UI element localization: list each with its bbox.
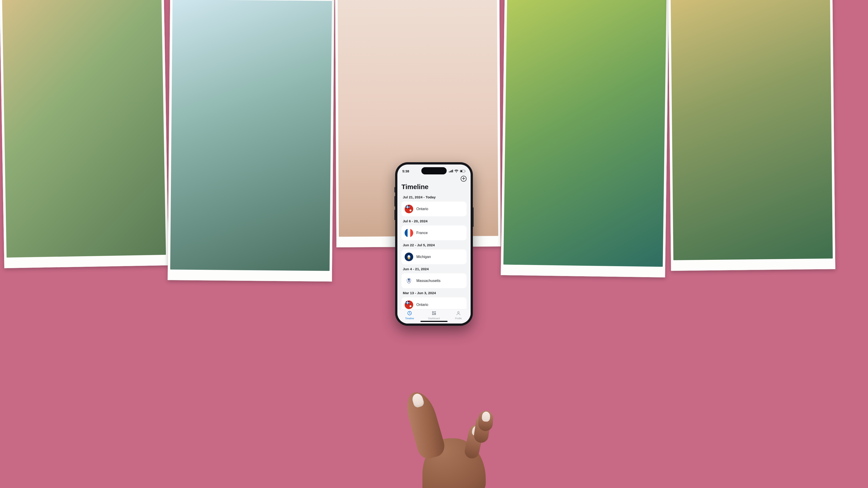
svg-point-12 (458, 312, 459, 313)
dashboard-icon (432, 311, 436, 317)
home-indicator[interactable] (421, 321, 447, 322)
timeline-list[interactable]: Jul 21, 2024 - TodayOntarioJul 6 - 20, 2… (397, 192, 471, 309)
date-range: Mar 13 - Jun 3, 2024 (401, 290, 467, 297)
place-name: Ontario (416, 303, 428, 307)
date-range: Jun 22 - Jul 5, 2024 (401, 242, 467, 250)
place-name: Ontario (416, 207, 428, 211)
scene: 5:38 (0, 0, 868, 488)
timeline-section: Mar 13 - Jun 3, 2024Ontario (400, 288, 468, 309)
svg-rect-6 (465, 170, 465, 171)
flag-icon (405, 253, 413, 261)
volume-down-button (395, 210, 395, 220)
place-card[interactable]: France (401, 225, 467, 240)
wifi-icon (454, 170, 458, 173)
timeline-section: Jun 4 - 21, 2024Massachusetts (400, 264, 468, 288)
svg-rect-5 (460, 170, 462, 172)
svg-rect-3 (452, 170, 453, 172)
svg-rect-10 (434, 313, 436, 315)
phone-frame: 5:38 (395, 162, 473, 326)
svg-rect-2 (451, 170, 452, 172)
place-name: France (416, 231, 428, 235)
hand-holding-phone (386, 380, 495, 488)
timeline-section: Jul 21, 2024 - TodayOntario (400, 193, 468, 217)
timeline-section: Jul 6 - 20, 2024France (400, 217, 468, 240)
svg-rect-9 (434, 311, 436, 313)
add-button[interactable] (461, 176, 467, 182)
tab-profile[interactable]: Profile (446, 311, 471, 320)
place-card[interactable]: Ontario (401, 201, 467, 217)
polaroid-photo (501, 0, 669, 278)
tab-label: Timeline (405, 317, 414, 320)
profile-icon (456, 311, 461, 317)
date-range: Jun 4 - 21, 2024 (401, 266, 467, 273)
flag-icon (405, 300, 413, 309)
flag-icon (405, 205, 413, 213)
place-card[interactable]: Ontario (401, 297, 467, 309)
svg-rect-8 (432, 311, 434, 313)
status-time: 5:38 (402, 169, 409, 173)
polaroid-photo (668, 0, 835, 271)
polaroid-photo (0, 0, 168, 268)
svg-rect-11 (432, 313, 434, 315)
place-name: Massachusetts (416, 279, 440, 283)
place-card[interactable]: Massachusetts (401, 273, 467, 288)
silent-switch (395, 187, 395, 193)
date-range: Jul 21, 2024 - Today (401, 194, 467, 201)
svg-rect-0 (449, 171, 450, 172)
svg-rect-1 (450, 171, 451, 172)
cellular-icon (449, 170, 453, 172)
clock-icon (407, 311, 412, 317)
power-button (473, 207, 473, 227)
tab-label: Profile (455, 317, 462, 320)
tab-label: Dashboard (428, 317, 440, 320)
flag-icon (405, 229, 413, 237)
polaroid-photo (167, 0, 334, 282)
volume-up-button (395, 196, 395, 206)
tab-dashboard[interactable]: Dashboard (422, 311, 446, 320)
date-range: Jul 6 - 20, 2024 (401, 218, 467, 225)
page-title: Timeline (397, 183, 471, 192)
plus-icon (462, 177, 465, 181)
tab-timeline[interactable]: Timeline (398, 311, 422, 320)
app-bar (397, 176, 471, 183)
timeline-section: Jun 22 - Jul 5, 2024Michigan (400, 240, 468, 264)
phone-screen: 5:38 (397, 164, 471, 324)
dynamic-island (421, 167, 447, 174)
place-card[interactable]: Michigan (401, 250, 467, 264)
battery-icon (460, 170, 466, 173)
flag-icon (405, 276, 413, 285)
place-name: Michigan (416, 255, 431, 259)
